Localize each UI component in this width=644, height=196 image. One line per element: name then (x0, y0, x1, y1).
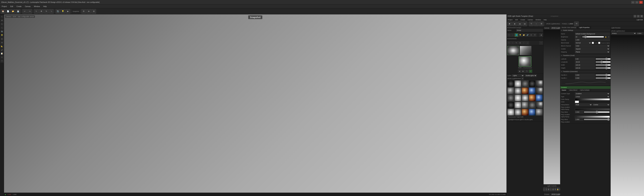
toolbar-select-button[interactable]: ↖ (34, 9, 38, 14)
ls-light-btn2[interactable]: 💡 (518, 33, 522, 37)
light-item-2-1[interactable] (514, 94, 522, 101)
env-thumb-2[interactable]: HDRLs Environment (520, 46, 532, 55)
color-ramp-widget[interactable] (575, 98, 610, 100)
aec-next-btn[interactable]: ▶ (522, 69, 525, 73)
lt-rotate-btn[interactable]: ↻ (0, 22, 4, 26)
light-item-4-3[interactable] (529, 109, 536, 116)
lc-center-btn[interactable]: ◎ (552, 188, 554, 191)
aec-check-btn[interactable]: ✓ (529, 69, 532, 73)
lc-arrow-up-left[interactable]: ↖ (546, 188, 547, 191)
prop-invert-check[interactable] (592, 42, 594, 44)
ls-menu-window[interactable]: Window (535, 19, 541, 21)
toolbar-redo-button[interactable]: ↪ (27, 9, 32, 14)
lt-query-btn[interactable]: ? (0, 59, 4, 63)
lc-orbit-btn[interactable]: ⊕ (548, 188, 550, 191)
prop-height-input[interactable] (575, 67, 595, 69)
lt-snap-btn[interactable]: ⊕ (0, 41, 4, 44)
et-del-btn[interactable]: − (511, 41, 514, 44)
prop-pegval2-slider[interactable] (584, 118, 610, 120)
lc-lock-btn[interactable]: 🔒 (556, 188, 559, 191)
light-item-2-4[interactable] (536, 94, 543, 101)
light-item-3-2[interactable] (522, 102, 528, 109)
lt-camera-btn[interactable]: 📷 (0, 30, 4, 33)
light-item-1-4[interactable] (536, 87, 543, 94)
prop-longitude-slider[interactable] (596, 61, 610, 63)
ls-link-btn[interactable]: 🔗 (526, 33, 529, 37)
light-item-4-4[interactable] (536, 109, 543, 116)
light-item-1-1[interactable] (514, 87, 522, 94)
prop-handle1-input[interactable] (575, 77, 595, 79)
toolbar-move-button[interactable]: ✥ (39, 9, 44, 14)
prop-brightness-lock-btn[interactable]: 🔒 (604, 36, 607, 38)
light-item-4-2[interactable] (522, 109, 528, 116)
lc-flip-x-btn[interactable]: ↔ (550, 188, 552, 191)
prop-opacity-input[interactable] (575, 38, 610, 41)
prop-contenttype-select[interactable]: Gradient Texture (575, 92, 610, 95)
ls-stop-btn[interactable]: ■ (512, 21, 517, 26)
lt-paint-btn[interactable]: 🖌 (0, 48, 4, 52)
ls-folder-btn[interactable]: 📁 (522, 33, 526, 37)
lc-scatter-btn[interactable]: ✦ (554, 188, 556, 191)
prop-pegval-slider[interactable] (584, 111, 610, 113)
ls-menu-project[interactable]: Project (507, 19, 513, 21)
ls-menu-edit[interactable]: Edit (515, 19, 518, 21)
content-tab-value-blend[interactable]: Value Blend (568, 89, 579, 92)
prop-handle0-slider[interactable] (596, 74, 610, 76)
light-item-0-4[interactable] (536, 80, 543, 87)
prop-width-input[interactable] (575, 64, 595, 66)
ls-play-btn[interactable]: ▶ (507, 21, 512, 26)
lp-value-input[interactable] (637, 32, 644, 34)
light-item-2-2[interactable] (522, 94, 528, 101)
menu-project[interactable]: Project (1, 5, 8, 8)
lp-mode-select[interactable]: RGB(A) (611, 32, 636, 34)
prop-width-slider[interactable] (596, 64, 610, 66)
et-up-btn[interactable]: ↑ (522, 41, 526, 44)
value-ramp-widget[interactable] (575, 108, 610, 110)
prop-name-input[interactable] (575, 32, 610, 35)
prop-blendmode-select[interactable]: Normal Multiply Add (575, 41, 591, 44)
light-item-2-0[interactable] (507, 94, 514, 101)
close-button[interactable]: ✕ (639, 1, 643, 4)
toolbar-grid-button[interactable]: ⊞ (92, 9, 96, 14)
light-item-3-4[interactable] (536, 102, 543, 109)
ls-rotate-btn[interactable]: ↻ (529, 21, 534, 26)
light-item-0-0[interactable] (507, 80, 514, 87)
ls-next-btn[interactable]: ⏭ (522, 21, 527, 26)
prop-brightness-link-btn[interactable]: ✕ (608, 36, 610, 38)
prop-latitude-slider[interactable] (596, 58, 610, 60)
ls-prev-btn[interactable]: ⏮ (518, 21, 522, 26)
light-item-0-2[interactable] (522, 80, 528, 87)
toolbar-open-button[interactable]: 📂 (11, 9, 16, 14)
env-name-input[interactable] (516, 29, 543, 32)
light-item-1-2[interactable] (522, 87, 528, 94)
prop-interpolation-mode-select[interactable]: Cosine Linear (593, 103, 610, 106)
lt-measure-btn[interactable]: 📐 (0, 44, 4, 48)
prop-cookie-select[interactable]: Square Round (575, 48, 610, 50)
toolbar-render-button[interactable]: ▶ (66, 9, 70, 14)
transform-ext-header[interactable]: ▼ Transform (Extended) (560, 70, 610, 73)
toolbar-camera-button[interactable]: 📷 (56, 9, 60, 14)
prop-latitude-input[interactable] (575, 58, 595, 60)
ls-flip-btn[interactable]: ↔ (534, 21, 539, 26)
light-item-1-0[interactable] (507, 87, 514, 94)
toolbar-undo-button[interactable]: ↩ (22, 9, 27, 14)
minimize-button[interactable]: ─ (631, 1, 634, 4)
ls-minimize-btn[interactable]: ─ (634, 15, 636, 17)
alpha-ramp-widget[interactable] (575, 116, 610, 118)
lc-arrow-left[interactable]: ← (543, 188, 545, 191)
toolbar-home-button[interactable]: 🏠 (1, 9, 5, 14)
light-item-2-3[interactable] (529, 94, 536, 101)
content-tab-master[interactable]: Master (560, 89, 568, 92)
menu-create[interactable]: Create (16, 5, 22, 8)
ls-add-btn[interactable]: + (507, 33, 511, 37)
light-item-3-3[interactable] (529, 102, 536, 109)
ls-env-btn[interactable]: 🌐 (515, 33, 518, 37)
content-tab-alpha-multiply[interactable]: Alpha Multiply (578, 89, 591, 92)
prop-pegval2-input[interactable] (575, 118, 583, 121)
maximize-button[interactable]: □ (635, 1, 639, 4)
ls-vis-btn[interactable]: 👁 (533, 33, 536, 37)
tab-light-properties[interactable]: Light Properties (578, 26, 591, 29)
et-dup-btn[interactable]: ⧉ (518, 41, 522, 44)
prop-interpolation-select[interactable]: RGB HSV (575, 103, 592, 106)
ls-remove-btn[interactable]: − (511, 33, 514, 37)
